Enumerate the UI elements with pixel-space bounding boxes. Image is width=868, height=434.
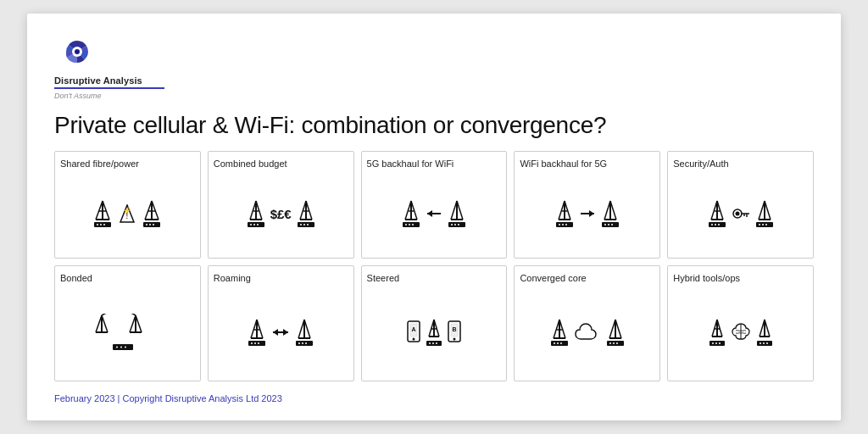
svg-line-82 bbox=[711, 201, 717, 220]
svg-point-132 bbox=[305, 342, 307, 344]
wifi-router-icon4 bbox=[599, 199, 621, 228]
svg-point-119 bbox=[251, 342, 253, 344]
svg-line-107 bbox=[130, 315, 136, 332]
cell-security-auth: Security/Auth bbox=[667, 151, 814, 259]
svg-text:⚡: ⚡ bbox=[123, 206, 131, 214]
svg-point-66 bbox=[559, 224, 560, 225]
wifi-tower-icon bbox=[140, 199, 164, 228]
svg-point-40 bbox=[307, 224, 309, 225]
svg-point-164 bbox=[609, 342, 611, 344]
svg-line-5 bbox=[96, 201, 103, 220]
svg-point-85 bbox=[711, 224, 713, 225]
svg-point-87 bbox=[718, 224, 720, 225]
phone-b-icon: B bbox=[447, 320, 462, 345]
svg-line-6 bbox=[103, 201, 109, 220]
svg-point-100 bbox=[765, 224, 767, 225]
cell-title-roaming: Roaming bbox=[214, 273, 251, 284]
svg-point-76 bbox=[604, 224, 606, 225]
phone-a-icon: A bbox=[406, 320, 421, 345]
svg-line-103 bbox=[96, 315, 102, 332]
footer: February 2023 | Copyright Disruptive Ana… bbox=[54, 393, 814, 403]
cell-title-steered: Steered bbox=[367, 273, 400, 284]
svg-point-120 bbox=[254, 342, 256, 344]
cell-tower-icon4 bbox=[554, 199, 576, 228]
wifi-tower-icon2 bbox=[295, 199, 317, 228]
cell-title-shared-fibre: Shared fibre/power bbox=[60, 159, 139, 170]
svg-line-153 bbox=[554, 320, 559, 338]
cell-hybrid-tools: Hybrid tools/ops bbox=[667, 265, 814, 381]
svg-point-112 bbox=[125, 347, 126, 348]
cell-shared-fibre: Shared fibre/power bbox=[54, 151, 201, 259]
svg-line-18 bbox=[152, 201, 159, 220]
svg-point-10 bbox=[103, 224, 105, 225]
svg-line-73 bbox=[604, 201, 610, 220]
cell-title-5g-backhaul-wifi: 5G backhaul for WiFi bbox=[367, 159, 454, 170]
cell-combined-budget: Combined budget bbox=[208, 151, 354, 259]
dollar-euro-icon: $£€ bbox=[270, 207, 292, 221]
svg-point-158 bbox=[560, 342, 562, 344]
svg-point-31 bbox=[257, 224, 259, 225]
brand-name: Disruptive Analysis bbox=[54, 75, 164, 89]
svg-point-30 bbox=[253, 224, 255, 225]
lightning-warning-icon: ! ⚡ bbox=[118, 204, 136, 223]
cell-steered: Steered A bbox=[361, 265, 508, 381]
svg-point-131 bbox=[302, 342, 303, 344]
svg-point-166 bbox=[616, 342, 618, 344]
cell-icons-combined-budget: $£€ bbox=[214, 175, 348, 253]
svg-point-39 bbox=[303, 224, 305, 225]
cell-tower-icon7 bbox=[425, 318, 443, 347]
svg-point-184 bbox=[766, 342, 768, 344]
svg-point-156 bbox=[554, 342, 555, 344]
svg-point-22 bbox=[153, 224, 154, 225]
cell-title-bonded: Bonded bbox=[60, 273, 92, 284]
svg-point-86 bbox=[715, 224, 716, 225]
svg-line-96 bbox=[765, 201, 771, 220]
key-icon bbox=[732, 206, 750, 221]
svg-point-47 bbox=[405, 224, 407, 225]
svg-point-110 bbox=[116, 347, 118, 348]
cell-5g-backhaul-wifi: 5G backhaul for WiFi bbox=[361, 151, 508, 259]
svg-line-83 bbox=[717, 201, 723, 220]
svg-line-17 bbox=[145, 201, 152, 220]
svg-point-78 bbox=[611, 224, 613, 225]
cell-tower-icon6 bbox=[246, 318, 268, 347]
cell-title-combined-budget: Combined budget bbox=[214, 159, 287, 170]
svg-marker-70 bbox=[589, 210, 594, 217]
svg-point-38 bbox=[300, 224, 302, 225]
cell-icons-steered: A bbox=[367, 289, 502, 376]
svg-point-130 bbox=[298, 342, 300, 344]
svg-line-36 bbox=[306, 201, 312, 220]
svg-point-99 bbox=[762, 224, 764, 225]
svg-line-26 bbox=[250, 201, 256, 220]
wifi-router-icon5 bbox=[754, 199, 776, 228]
cell-title-security-auth: Security/Auth bbox=[673, 159, 728, 170]
svg-point-98 bbox=[759, 224, 760, 225]
cell-icons-bonded bbox=[60, 289, 195, 376]
svg-point-29 bbox=[250, 224, 252, 225]
svg-point-49 bbox=[412, 224, 414, 225]
cell-icons-wifi-backhaul-5g bbox=[520, 175, 654, 253]
svg-line-27 bbox=[256, 201, 262, 220]
wifi-router-icon9 bbox=[755, 318, 774, 347]
svg-point-121 bbox=[258, 342, 259, 344]
cell-icons-hybrid-tools bbox=[673, 289, 808, 376]
svg-point-9 bbox=[100, 224, 102, 225]
svg-line-63 bbox=[559, 201, 565, 220]
cell-tower-icon bbox=[91, 199, 114, 228]
cell-tower-icon3 bbox=[400, 199, 422, 228]
svg-point-144 bbox=[432, 342, 434, 344]
cell-tower-icon2 bbox=[245, 199, 267, 228]
cell-icons-converged-core bbox=[520, 289, 654, 376]
svg-line-35 bbox=[300, 201, 306, 220]
svg-point-8 bbox=[97, 224, 98, 225]
cell-roaming: Roaming bbox=[208, 265, 354, 381]
slide: Disruptive Analysis Don't Assume Private… bbox=[27, 14, 841, 420]
svg-point-173 bbox=[712, 342, 714, 344]
svg-rect-109 bbox=[113, 344, 133, 350]
svg-line-55 bbox=[457, 201, 463, 220]
svg-text:A: A bbox=[411, 326, 415, 332]
cell-tower-icon9 bbox=[708, 318, 726, 347]
svg-line-54 bbox=[451, 201, 457, 220]
svg-point-136 bbox=[412, 338, 415, 341]
svg-point-89 bbox=[735, 212, 739, 216]
